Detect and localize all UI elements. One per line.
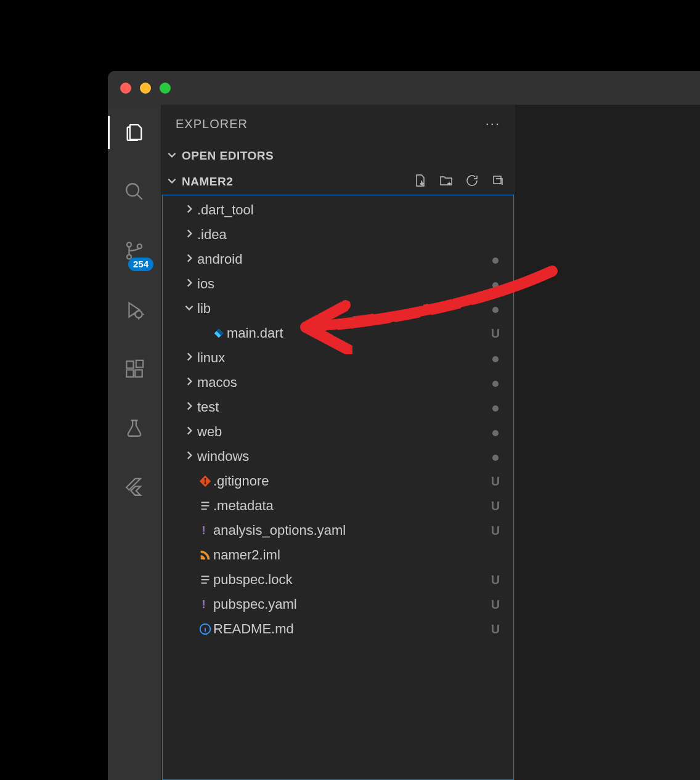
git-status-letter: U — [489, 327, 502, 341]
chevron-right-icon — [181, 376, 197, 390]
tree-file[interactable]: !analysis_options.yamlU — [163, 518, 513, 543]
svg-rect-5 — [126, 361, 133, 368]
window-close-button[interactable] — [120, 83, 131, 94]
tree-folder[interactable]: macos — [163, 370, 513, 395]
debug-icon — [124, 299, 145, 320]
new-folder-button[interactable] — [439, 173, 454, 191]
file-tree[interactable]: .dart_tool.ideaandroidioslibmain.dartUli… — [162, 195, 514, 780]
svg-rect-8 — [136, 360, 143, 367]
tree-item-label: ios — [197, 276, 489, 292]
tree-folder[interactable]: test — [163, 395, 513, 420]
tree-item-label: .idea — [197, 227, 489, 243]
chevron-down-icon — [181, 302, 197, 316]
feed-icon — [197, 548, 213, 562]
refresh-button[interactable] — [465, 173, 479, 191]
svg-rect-9 — [494, 176, 501, 184]
activity-explorer[interactable] — [108, 116, 161, 149]
vscode-window: 254 — [108, 71, 700, 780]
tree-folder[interactable]: lib — [163, 296, 513, 321]
tree-item-label: .dart_tool — [197, 202, 489, 218]
activity-testing[interactable] — [108, 412, 161, 445]
tree-file[interactable]: main.dartU — [163, 321, 513, 346]
git-modified-dot — [489, 253, 502, 267]
chevron-right-icon — [181, 277, 197, 291]
activity-search[interactable] — [108, 175, 161, 208]
chevron-right-icon — [181, 228, 197, 242]
search-icon — [124, 181, 145, 202]
tree-folder[interactable]: android — [163, 247, 513, 272]
svg-text:!: ! — [202, 524, 206, 537]
tree-folder[interactable]: .idea — [163, 222, 513, 247]
explorer-more-button[interactable]: ··· — [486, 116, 500, 132]
project-name-label: NAMER2 — [182, 175, 233, 189]
editor-area[interactable] — [515, 105, 700, 780]
chevron-right-icon — [181, 450, 197, 464]
git-modified-dot — [489, 425, 502, 439]
open-editors-section[interactable]: OPEN EDITORS — [161, 143, 515, 169]
svg-rect-6 — [126, 370, 133, 376]
tree-file[interactable]: README.mdU — [163, 617, 513, 641]
window-minimize-button[interactable] — [140, 83, 151, 94]
svg-point-0 — [126, 184, 139, 196]
tree-item-label: analysis_options.yaml — [213, 522, 489, 538]
svg-point-3 — [137, 244, 142, 248]
tree-item-label: linux — [197, 350, 489, 366]
info-icon — [197, 622, 213, 636]
chevron-right-icon — [181, 351, 197, 365]
tree-item-label: README.md — [213, 621, 489, 637]
chevron-down-icon — [165, 149, 179, 163]
git-status-letter: U — [489, 524, 502, 538]
activity-extensions[interactable] — [108, 352, 161, 386]
yaml-icon: ! — [197, 598, 213, 611]
svg-rect-7 — [135, 370, 142, 376]
activity-flutter[interactable] — [108, 471, 161, 504]
git-modified-dot — [489, 450, 502, 464]
chevron-right-icon — [181, 253, 197, 267]
lines-icon — [197, 573, 213, 587]
tree-file[interactable]: pubspec.lockU — [163, 567, 513, 592]
git-status-letter: U — [489, 598, 502, 612]
traffic-lights — [120, 83, 171, 94]
tree-folder[interactable]: windows — [163, 444, 513, 469]
git-modified-dot — [489, 351, 502, 365]
tree-item-label: android — [197, 251, 489, 267]
tree-folder[interactable]: .dart_tool — [163, 198, 513, 222]
tree-file[interactable]: !pubspec.yamlU — [163, 592, 513, 617]
git-status-letter: U — [489, 499, 502, 513]
explorer-sidebar: EXPLORER ··· OPEN EDITORS NAMER2 — [161, 105, 515, 780]
flutter-icon — [124, 477, 145, 498]
tree-item-label: namer2.iml — [213, 547, 489, 563]
dart-icon — [211, 327, 227, 340]
git-status-letter: U — [489, 474, 502, 489]
git-status-letter: U — [489, 573, 502, 587]
tree-item-label: .metadata — [213, 498, 489, 514]
tree-folder[interactable]: web — [163, 420, 513, 444]
tree-folder[interactable]: linux — [163, 346, 513, 370]
tree-item-label: test — [197, 399, 489, 415]
project-section[interactable]: NAMER2 — [161, 169, 515, 195]
tree-item-label: windows — [197, 449, 489, 465]
tree-file[interactable]: namer2.iml — [163, 543, 513, 567]
activity-source-control[interactable]: 254 — [108, 234, 161, 267]
titlebar[interactable] — [108, 71, 700, 105]
window-maximize-button[interactable] — [160, 83, 171, 94]
beaker-icon — [124, 418, 145, 439]
chevron-right-icon — [181, 400, 197, 415]
git-modified-dot — [489, 302, 502, 316]
svg-point-1 — [127, 243, 131, 247]
tree-item-label: .gitignore — [213, 473, 489, 489]
explorer-header: EXPLORER ··· — [161, 105, 515, 143]
tree-file[interactable]: .gitignoreU — [163, 469, 513, 494]
chevron-right-icon — [181, 203, 197, 217]
activity-run-debug[interactable] — [108, 293, 161, 327]
tree-item-label: pubspec.lock — [213, 572, 489, 588]
new-file-button[interactable] — [413, 173, 428, 191]
yaml-icon: ! — [197, 524, 213, 537]
git-modified-dot — [489, 400, 502, 415]
files-icon — [124, 122, 145, 143]
collapse-all-button[interactable] — [490, 173, 505, 191]
explorer-title: EXPLORER — [176, 117, 248, 131]
git-modified-dot — [489, 376, 502, 390]
tree-folder[interactable]: ios — [163, 272, 513, 296]
tree-file[interactable]: .metadataU — [163, 494, 513, 518]
